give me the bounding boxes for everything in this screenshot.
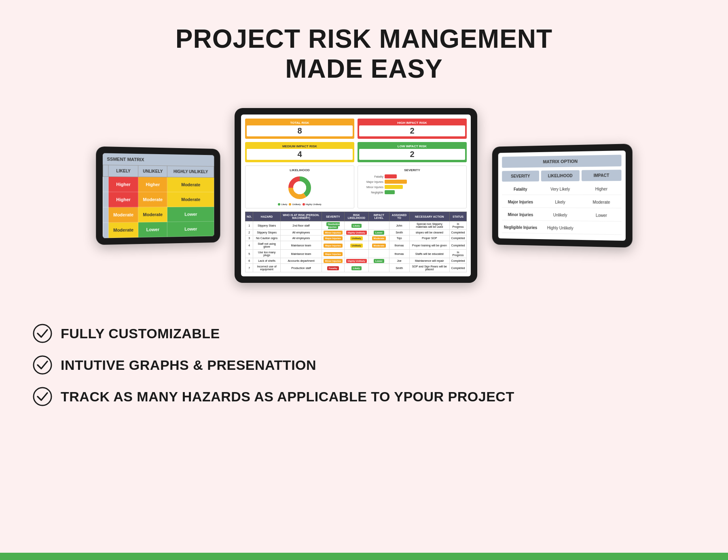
likelihood-chart: LIKELIHOOD <box>245 165 354 208</box>
svg-point-5 <box>34 356 51 374</box>
left-device: SSMENT MATRIX LIKELY UNLIKELY HIGHLY UNL… <box>96 146 220 245</box>
matrix-col-unlikely: UNLIKELY <box>138 165 167 177</box>
center-device: TOTAL RISK 8 HIGH IMPACT RISK 2 MEDIUM I… <box>235 108 477 283</box>
matrix-cell: Moderate <box>167 192 214 207</box>
feature-item-2: INTUTIVE GRAPHS & PRESENATTION <box>32 355 696 375</box>
matrix-cell: Moderate <box>138 207 167 222</box>
matrix-option-title: MATRIX OPTION <box>502 155 621 168</box>
risk-register: NO. HAZARD WHO IS AT RISK (PERSON. MACHI… <box>245 212 467 272</box>
right-screen: MATRIX OPTION SEVERITY LIKELIHOOD IMPACT… <box>498 151 626 241</box>
table-row: 3 No Caution signs All employees Major I… <box>245 235 467 241</box>
screenshots-section: SSMENT MATRIX LIKELY UNLIKELY HIGHLY UNL… <box>0 100 728 307</box>
center-screen: TOTAL RISK 8 HIGH IMPACT RISK 2 MEDIUM I… <box>241 115 471 276</box>
option-headers: SEVERITY LIKELIHOOD IMPACT <box>502 170 621 182</box>
matrix-title: SSMENT MATRIX <box>103 153 214 166</box>
bottom-bar <box>0 553 728 560</box>
severity-chart: SEVERITY Fatality Major Injuries <box>358 165 467 208</box>
header-likelihood: LIKELIHOOD <box>541 170 580 181</box>
matrix-cell: Moderate <box>108 222 138 238</box>
table-row: 4 Staff not using glove Maintance team M… <box>245 241 467 250</box>
checkmark-icon-1 <box>32 323 53 344</box>
high-impact-box: HIGH IMPACT RISK 2 <box>358 119 467 139</box>
page-title: PROJECT RISK MANGEMENT MADE EASY <box>8 24 720 84</box>
risk-summary: TOTAL RISK 8 HIGH IMPACT RISK 2 <box>245 119 467 139</box>
assessment-matrix-table: LIKELY UNLIKELY HIGHLY UNLIKELY Higher H… <box>103 165 214 238</box>
table-row: 1 Slippery Stairs 2nd floor staff Neglig… <box>245 221 467 230</box>
charts-row: LIKELIHOOD <box>245 165 467 208</box>
option-row: Major Injuries Likely Moderate <box>502 197 621 208</box>
svg-point-3 <box>293 181 306 194</box>
severity-bars: Fatality Major Injuries Minor Injuries <box>360 174 464 196</box>
total-risk-box: TOTAL RISK 8 <box>245 119 354 139</box>
matrix-empty-header <box>103 165 108 176</box>
feature-item-1: FULLY CUSTOMIZABLE <box>32 323 696 344</box>
feature-item-3: TRACK AS MANY HAZARDS AS APPLICABLE TO Y… <box>32 386 696 407</box>
matrix-col-likely: LIKELY <box>108 165 138 177</box>
feature-text-1: FULLY CUSTOMIZABLE <box>61 326 220 342</box>
header-impact: IMPACT <box>582 170 622 181</box>
donut-chart <box>248 174 351 202</box>
table-row: Higher Higher Moderate <box>103 176 214 192</box>
right-device: MATRIX OPTION SEVERITY LIKELIHOOD IMPACT… <box>492 144 633 248</box>
donut-legend: Likely Unlikely Highly Unlikely <box>248 203 351 206</box>
checkmark-icon-2 <box>32 355 53 375</box>
table-row: 6 Lack of shelfs Accounts department Min… <box>245 258 467 264</box>
register-table: NO. HAZARD WHO IS AT RISK (PERSON. MACHI… <box>245 212 467 272</box>
left-screen: SSMENT MATRIX LIKELY UNLIKELY HIGHLY UNL… <box>103 153 214 238</box>
option-row: Minor Injuries Unlikely Lower <box>502 209 621 222</box>
matrix-cell: Moderate <box>167 177 214 192</box>
matrix-cell: Moderate <box>108 207 138 222</box>
svg-point-6 <box>34 388 51 405</box>
option-row: Fatality Very Likely Higher <box>502 183 621 195</box>
matrix-cell: Higher <box>138 177 167 192</box>
risk-summary-row2: MEDIUM IMPACT RISK 4 LOW IMPACT RISK 2 <box>245 142 467 162</box>
matrix-cell: Higher <box>108 176 138 192</box>
option-row: Negligible Injuries Highly Unlikely <box>502 222 621 235</box>
feature-text-3: TRACK AS MANY HAZARDS AS APPLICABLE TO Y… <box>61 389 514 405</box>
table-row: 7 Incorrect use of equipment Production … <box>245 264 467 272</box>
matrix-cell: Higher <box>108 192 138 207</box>
table-row: Moderate Moderate Lower <box>103 207 214 223</box>
svg-point-4 <box>34 325 51 342</box>
matrix-cell: Lower <box>167 221 214 237</box>
table-row: 2 Slippery Slopes All employees Minor In… <box>245 230 467 235</box>
header: PROJECT RISK MANGEMENT MADE EASY <box>0 0 728 100</box>
header-severity: SEVERITY <box>502 170 539 181</box>
table-row: Higher Moderate Moderate <box>103 192 214 207</box>
matrix-cell: Lower <box>138 222 167 237</box>
medium-impact-box: MEDIUM IMPACT RISK 4 <box>245 142 354 162</box>
low-impact-box: LOW IMPACT RISK 2 <box>358 142 467 162</box>
features-section: FULLY CUSTOMIZABLE INTUTIVE GRAPHS & PRE… <box>0 307 728 442</box>
table-row: 5 Use too many plugs Maintance team Majo… <box>245 250 467 258</box>
table-row: Moderate Lower Lower <box>103 221 214 238</box>
matrix-col-highly-unlikely: HIGHLY UNLIKELY <box>167 165 214 177</box>
checkmark-icon-3 <box>32 386 53 407</box>
matrix-cell: Moderate <box>138 192 167 207</box>
matrix-cell: Lower <box>167 207 214 222</box>
feature-text-2: INTUTIVE GRAPHS & PRESENATTION <box>61 357 316 373</box>
